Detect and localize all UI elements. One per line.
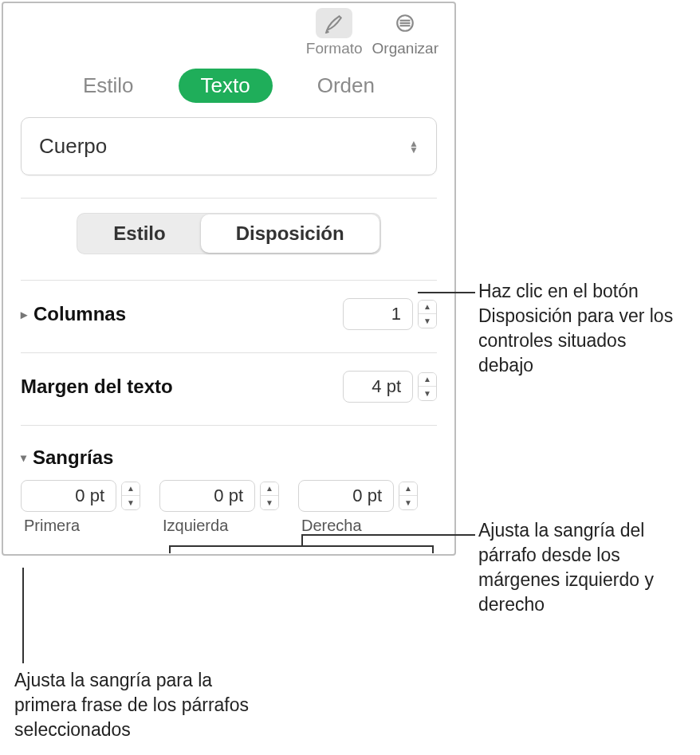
- indent-right-step-down[interactable]: ▼: [399, 496, 417, 509]
- callout-paragraph-indent: Ajusta la sangría del párrafo desde los …: [478, 518, 694, 617]
- callout-layout-button: Haz clic en el botón Disposición para ve…: [478, 279, 686, 378]
- columns-row: ▸ Columnas 1 ▲ ▼: [3, 281, 454, 330]
- text-margin-stepper: ▲ ▼: [418, 372, 437, 401]
- tab-text[interactable]: Texto: [179, 69, 273, 103]
- leader-line: [22, 568, 24, 663]
- indents-row: 0 pt ▲ ▼ Primera 0 pt ▲ ▼ Izquierda 0 pt: [3, 477, 454, 543]
- indent-right-stepper: ▲ ▼: [399, 482, 418, 510]
- text-margin-step-up[interactable]: ▲: [419, 373, 436, 387]
- indent-left-step-up[interactable]: ▲: [261, 482, 278, 496]
- chevron-updown-icon: ▲▼: [409, 140, 419, 153]
- indent-left-caption: Izquierda: [159, 517, 279, 535]
- format-label: Formato: [306, 40, 363, 57]
- columns-stepper: ▲ ▼: [418, 300, 437, 328]
- indent-left-stepper: ▲ ▼: [260, 482, 279, 510]
- text-margin-row: Margen del texto 4 pt ▲ ▼: [3, 353, 454, 403]
- columns-input[interactable]: 1: [343, 298, 413, 330]
- indent-first-stepper: ▲ ▼: [121, 482, 140, 510]
- indent-first-input[interactable]: 0 pt: [21, 480, 116, 512]
- indents-label: Sangrías: [33, 446, 113, 469]
- indent-left-step-down[interactable]: ▼: [261, 496, 278, 509]
- paintbrush-icon: [316, 8, 352, 38]
- tab-order[interactable]: Orden: [305, 70, 387, 101]
- chevron-right-icon[interactable]: ▸: [21, 307, 27, 322]
- format-inspector-panel: Formato Organizar Estilo Texto Orden Cue…: [2, 2, 456, 556]
- indent-first-caption: Primera: [21, 517, 140, 535]
- indent-right-step-up[interactable]: ▲: [399, 482, 417, 496]
- indent-right-caption: Derecha: [298, 517, 418, 535]
- leader-line: [301, 534, 475, 536]
- arrange-toolbar-item[interactable]: Organizar: [372, 8, 438, 57]
- indent-first-step-up[interactable]: ▲: [122, 482, 140, 496]
- segment-layout[interactable]: Disposición: [201, 214, 379, 253]
- segment-style[interactable]: Estilo: [78, 214, 200, 253]
- indent-right-input[interactable]: 0 pt: [298, 480, 394, 512]
- text-margin-input[interactable]: 4 pt: [343, 371, 413, 403]
- callout-first-line: Ajusta la sangría para la primera frase …: [14, 668, 254, 742]
- style-layout-segmented: Estilo Disposición: [77, 213, 380, 254]
- tab-style[interactable]: Estilo: [70, 70, 147, 101]
- text-margin-label: Margen del texto: [21, 376, 173, 398]
- top-toolbar: Formato Organizar: [3, 3, 454, 64]
- indent-left-input[interactable]: 0 pt: [159, 480, 255, 512]
- columns-label: Columnas: [33, 303, 126, 325]
- indents-section: ▾ Sangrías: [3, 426, 454, 477]
- columns-step-down[interactable]: ▼: [419, 314, 436, 328]
- leader-line: [418, 292, 475, 293]
- bracket-stem: [301, 534, 303, 547]
- indent-first-step-down[interactable]: ▼: [122, 496, 140, 509]
- columns-step-up[interactable]: ▲: [419, 301, 436, 314]
- format-toolbar-item[interactable]: Formato: [306, 8, 363, 57]
- paragraph-style-dropdown[interactable]: Cuerpo ▲▼: [21, 117, 437, 175]
- arrange-icon: [387, 8, 423, 38]
- text-margin-step-down[interactable]: ▼: [419, 387, 436, 400]
- chevron-down-icon[interactable]: ▾: [21, 451, 26, 464]
- paragraph-style-value: Cuerpo: [39, 134, 107, 159]
- arrange-label: Organizar: [372, 40, 438, 57]
- subtabs: Estilo Texto Orden: [3, 64, 454, 114]
